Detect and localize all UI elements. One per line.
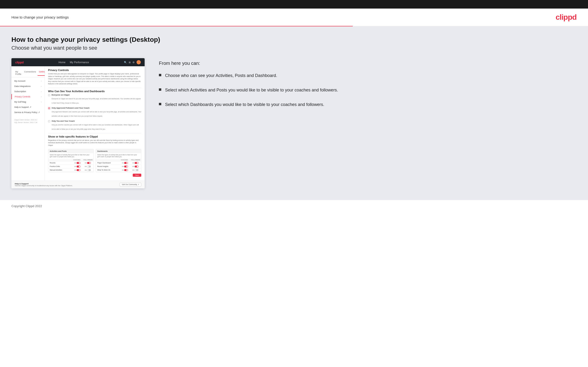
- sidebar-item-golfbag: My Golf Bag ›: [11, 99, 44, 105]
- mockup-who-can-see-title: Who Can See Your Activities and Dashboar…: [48, 90, 141, 93]
- sidebar-item-service: Service & Privacy Policy ↗: [11, 110, 44, 115]
- radio-only-you-content: Only You and Your Coach Only you and the…: [52, 120, 141, 131]
- work-on-followers-on-label: ON: [132, 169, 134, 171]
- mockup-divider-2: [48, 133, 141, 133]
- radio-followers-label: Only Approved Followers and Your Coach: [52, 107, 141, 109]
- manual-followers-toggle: [87, 169, 91, 171]
- avatar: [137, 60, 141, 64]
- mockup-help-title: Help & Support: [15, 183, 73, 185]
- rounds-followers-on-label: ON: [85, 162, 86, 164]
- player-coaches-toggle-group: ON: [121, 162, 129, 164]
- right-panel: From here you can: Choose who can see yo…: [159, 58, 577, 108]
- radio-only-you-desc: Only you and the coaches you connect wit…: [52, 124, 139, 130]
- row-drills-label: Practice Drills: [50, 166, 73, 167]
- insights-coaches-toggle-group: ON: [121, 166, 129, 167]
- player-coaches-on-label: ON: [122, 162, 124, 164]
- mockup-sub-nav: My Profile Connections Settings: [11, 69, 44, 77]
- mockup-privacy-controls-title: Privacy Controls: [48, 69, 141, 72]
- row-rounds-label: Rounds: [50, 162, 73, 164]
- sidebar-item-subscription: Subscription ›: [11, 89, 44, 94]
- radio-button-everyone: [48, 94, 50, 96]
- bullet-item-1: Choose who can see your Activities, Post…: [159, 73, 577, 79]
- drills-coaches-toggle: [77, 166, 80, 167]
- player-followers-toggle-group: ON: [131, 162, 140, 164]
- bullet-text-3: Select which Dashboards you would like t…: [165, 102, 324, 108]
- header: How to change your privacy settings clip…: [0, 8, 588, 26]
- mockup-nav-home: Home: [59, 61, 65, 64]
- activities-row-drills: Practice Drills ON ON: [48, 165, 94, 168]
- sidebar-item-help: Help & Support ↗: [11, 105, 44, 110]
- dashboards-row-work-on: What To Work On ON ON: [96, 168, 141, 172]
- bullet-list: Choose who can see your Activities, Post…: [159, 73, 577, 108]
- mockup-help-section: Help & Support Visit the Clippd communit…: [11, 181, 145, 188]
- radio-followers-desc: Only approved followers and coaches you …: [52, 111, 141, 117]
- sidebar-item-data: Data Integrations ›: [11, 83, 44, 89]
- activities-table-title: Activities and Posts: [48, 149, 94, 153]
- mockup-dashboards-table: Dashboards Select the types of activity …: [96, 149, 141, 172]
- activities-row-rounds: Rounds ON ON: [48, 161, 94, 165]
- radio-everyone-desc: Everyone on Clippd can search for you an…: [52, 98, 141, 104]
- sidebar-item-account: My Account ›: [11, 78, 44, 83]
- mockup-save-button[interactable]: Save: [133, 174, 141, 177]
- sidebar-label-privacy: Privacy Controls: [15, 95, 30, 98]
- footer: Copyright Clippd 2022: [0, 200, 588, 212]
- drills-followers-toggle-group: ON: [84, 166, 92, 167]
- bullet-square-2: [159, 88, 161, 91]
- mockup-subnav-profile: My Profile: [14, 70, 23, 76]
- dashboards-table-title: Dashboards: [96, 149, 141, 153]
- mockup-show-hide-desc: Regardless of the privacy controls that …: [48, 139, 141, 147]
- page-heading: How to change your privacy settings (Des…: [11, 36, 577, 43]
- mockup-nav-icons: 🔍 ⊞ ⚙: [124, 60, 141, 64]
- work-on-followers-toggle-group: ON: [131, 169, 140, 171]
- dashboards-row-insights: Round Insights ON ON: [96, 165, 141, 168]
- insights-coaches-toggle: [124, 166, 128, 167]
- manual-coaches-toggle: [77, 169, 80, 171]
- logo: clippd: [556, 13, 577, 22]
- insights-followers-toggle: [135, 166, 138, 167]
- mockup-nav-myperformance: My Performance: [70, 61, 89, 64]
- dashboards-table-desc: Select the types of activity that you'd …: [96, 153, 141, 159]
- rounds-coaches-on-label: ON: [74, 162, 76, 164]
- chevron-right-icon: ›: [41, 96, 42, 98]
- row-work-on-label: What To Work On: [97, 169, 121, 171]
- activities-table-subheader: COACHES FOLLOWERS: [48, 159, 94, 161]
- top-bar: [0, 0, 588, 8]
- player-toggles: ON ON: [121, 162, 140, 164]
- mockup-nav: clippd Home My Performance 🔍 ⊞ ⚙: [11, 58, 145, 66]
- mockup-visit-community-button[interactable]: Visit Our Community ↗: [120, 183, 141, 186]
- work-on-toggles: ON ON: [121, 169, 140, 171]
- mockup-radio-everyone: Everyone on Clippd Everyone on Clippd ca…: [48, 94, 141, 105]
- mockup-divider-1: [48, 88, 141, 88]
- radio-followers-content: Only Approved Followers and Your Coach O…: [52, 107, 141, 117]
- drills-coaches-on-label: ON: [74, 166, 76, 167]
- work-on-coaches-toggle-group: ON: [121, 169, 129, 171]
- sidebar-version: Clippd Client Version: 2022.8.2SQL Serve…: [11, 115, 44, 125]
- col-followers-label: FOLLOWERS: [84, 159, 92, 161]
- insights-followers-on-label: ON: [132, 166, 134, 167]
- bullet-square-3: [159, 103, 161, 105]
- from-here-heading: From here you can:: [159, 61, 577, 66]
- insights-followers-toggle-group: ON: [131, 166, 140, 167]
- col-coaches-label: COACHES: [73, 159, 81, 161]
- search-icon: 🔍: [124, 61, 127, 64]
- screenshot-mockup: clippd Home My Performance 🔍 ⊞ ⚙ My Pr: [11, 58, 145, 188]
- mockup-subnav-connections: Connections: [23, 70, 38, 76]
- sidebar-label-account: My Account: [14, 80, 26, 82]
- mockup-radio-group: Everyone on Clippd Everyone on Clippd ca…: [48, 94, 141, 131]
- drills-followers-toggle: [87, 166, 91, 167]
- bullet-text-2: Select which Activities and Posts you wo…: [165, 87, 338, 93]
- mockup-save-row: Save: [48, 172, 141, 178]
- drills-followers-on-label: ON: [85, 166, 86, 167]
- work-on-coaches-toggle: [124, 169, 128, 171]
- manual-followers-on-label: ON: [85, 169, 86, 171]
- bullet-text-1: Choose who can see your Activities, Post…: [165, 73, 277, 79]
- player-followers-on-label: ON: [132, 162, 134, 164]
- insights-coaches-on-label: ON: [122, 166, 124, 167]
- header-title: How to change your privacy settings: [11, 15, 69, 19]
- bullet-square-1: [159, 74, 161, 76]
- work-on-followers-toggle: [135, 169, 138, 171]
- sidebar-label-help: Help & Support ↗: [14, 106, 31, 108]
- rounds-toggles: ON ON: [73, 162, 92, 164]
- chevron-right-icon: ›: [41, 101, 42, 103]
- work-on-coaches-on-label: ON: [122, 169, 124, 171]
